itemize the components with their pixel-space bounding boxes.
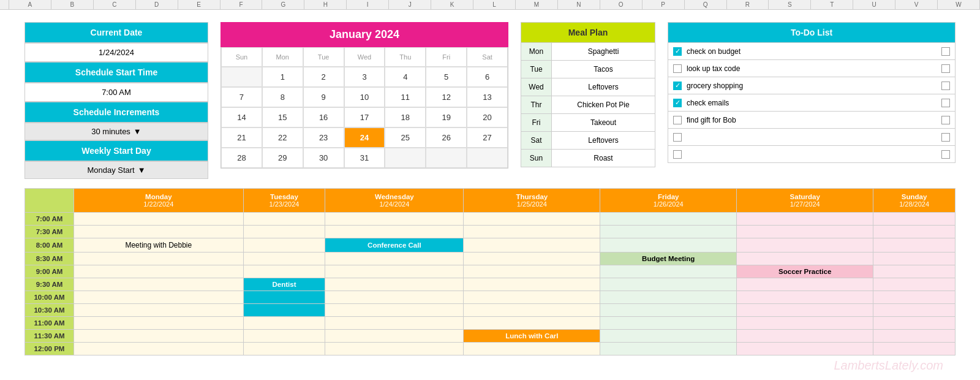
cal-day-1[interactable]: 1 [262, 67, 303, 87]
event-1030-thu[interactable] [464, 304, 600, 317]
todo-right-box-1[interactable] [941, 47, 950, 56]
event-730-sun[interactable] [873, 226, 956, 238]
event-800-mon[interactable]: Meeting with Debbie [74, 238, 244, 253]
event-1130-fri[interactable] [600, 330, 737, 343]
event-1130-sun[interactable] [873, 330, 956, 343]
todo-right-box-5[interactable] [941, 116, 950, 124]
event-930-sun[interactable] [873, 278, 956, 291]
event-800-sun[interactable] [873, 238, 956, 253]
todo-check-7[interactable] [673, 150, 682, 159]
event-830-thu[interactable] [464, 253, 600, 265]
event-700-thu[interactable] [464, 213, 600, 226]
event-1030-sat[interactable] [737, 304, 873, 317]
cal-day-3[interactable]: 3 [344, 67, 385, 87]
cal-day-27[interactable]: 27 [467, 127, 508, 148]
todo-check-2[interactable] [673, 64, 682, 73]
event-830-wed[interactable] [325, 253, 464, 265]
event-1000-sun[interactable] [873, 291, 956, 304]
event-1100-tue[interactable] [243, 317, 325, 330]
event-1100-mon[interactable] [74, 317, 244, 330]
event-830-tue[interactable] [243, 253, 325, 265]
event-1130-sat[interactable] [737, 330, 873, 343]
cal-day-12[interactable]: 12 [426, 87, 467, 107]
event-1200-mon[interactable] [74, 343, 244, 355]
event-1100-fri[interactable] [600, 317, 737, 330]
cal-day-18[interactable]: 18 [385, 107, 426, 127]
event-1030-fri[interactable] [600, 304, 737, 317]
event-1100-sun[interactable] [873, 317, 956, 330]
todo-check-6[interactable] [673, 133, 682, 142]
cal-day-31[interactable]: 31 [344, 148, 385, 168]
event-1000-sat[interactable] [737, 291, 873, 304]
event-800-fri[interactable] [600, 238, 737, 253]
event-700-wed[interactable] [325, 213, 464, 226]
cal-day-14[interactable]: 14 [221, 107, 262, 127]
event-930-mon[interactable] [74, 278, 244, 291]
event-1200-thu[interactable] [464, 343, 600, 355]
event-1130-thu[interactable]: Lunch with Carl [464, 330, 600, 343]
event-930-tue[interactable]: Dentist [243, 278, 325, 291]
event-1030-mon[interactable] [74, 304, 244, 317]
cal-day-26[interactable]: 26 [426, 127, 467, 148]
event-800-tue[interactable] [243, 238, 325, 253]
event-800-thu[interactable] [464, 238, 600, 253]
event-800-wed[interactable]: Conference Call [325, 238, 464, 253]
cal-day-19[interactable]: 19 [426, 107, 467, 127]
cal-day-9[interactable]: 9 [303, 87, 344, 107]
todo-right-box-7[interactable] [941, 150, 950, 159]
event-1030-tue[interactable] [243, 304, 325, 317]
event-730-fri[interactable] [600, 226, 737, 238]
event-800-sat[interactable] [737, 238, 873, 253]
event-1100-sat[interactable] [737, 317, 873, 330]
todo-right-box-3[interactable] [941, 82, 950, 90]
event-700-sat[interactable] [737, 213, 873, 226]
cal-day-15[interactable]: 15 [262, 107, 303, 127]
cal-day-20[interactable]: 20 [467, 107, 508, 127]
event-930-wed[interactable] [325, 278, 464, 291]
cal-day-24-today[interactable]: 24 [344, 127, 385, 148]
cal-day-21[interactable]: 21 [221, 127, 262, 148]
event-730-sat[interactable] [737, 226, 873, 238]
event-1030-wed[interactable] [325, 304, 464, 317]
event-930-fri[interactable] [600, 278, 737, 291]
event-900-sun[interactable] [873, 265, 956, 278]
schedule-increments-dropdown[interactable]: 30 minutes ▼ [24, 123, 208, 140]
event-830-sat[interactable] [737, 253, 873, 265]
event-900-mon[interactable] [74, 265, 244, 278]
event-1200-fri[interactable] [600, 343, 737, 355]
event-830-fri[interactable]: Budget Meeting [600, 253, 737, 265]
todo-right-box-6[interactable] [941, 133, 950, 142]
event-900-sat[interactable]: Soccer Practice [737, 265, 873, 278]
event-700-fri[interactable] [600, 213, 737, 226]
cal-day-8[interactable]: 8 [262, 87, 303, 107]
event-1000-thu[interactable] [464, 291, 600, 304]
cal-day-6[interactable]: 6 [467, 67, 508, 87]
event-930-thu[interactable] [464, 278, 600, 291]
event-700-mon[interactable] [74, 213, 244, 226]
event-730-mon[interactable] [74, 226, 244, 238]
cal-day-28[interactable]: 28 [221, 148, 262, 168]
event-1000-tue[interactable] [243, 291, 325, 304]
event-730-wed[interactable] [325, 226, 464, 238]
todo-check-1[interactable]: ✓ [673, 47, 682, 56]
event-1130-mon[interactable] [74, 330, 244, 343]
event-1200-sat[interactable] [737, 343, 873, 355]
event-830-mon[interactable] [74, 253, 244, 265]
event-1000-fri[interactable] [600, 291, 737, 304]
event-1030-sun[interactable] [873, 304, 956, 317]
event-1000-wed[interactable] [325, 291, 464, 304]
cal-day-30[interactable]: 30 [303, 148, 344, 168]
cal-day-4[interactable]: 4 [385, 67, 426, 87]
cal-day-7[interactable]: 7 [221, 87, 262, 107]
event-1000-mon[interactable] [74, 291, 244, 304]
event-1130-tue[interactable] [243, 330, 325, 343]
event-700-tue[interactable] [243, 213, 325, 226]
cal-day-2[interactable]: 2 [303, 67, 344, 87]
cal-day-16[interactable]: 16 [303, 107, 344, 127]
todo-right-box-2[interactable] [941, 64, 950, 73]
cal-day-10[interactable]: 10 [344, 87, 385, 107]
event-700-sun[interactable] [873, 213, 956, 226]
cal-day-17[interactable]: 17 [344, 107, 385, 127]
cal-day-29[interactable]: 29 [262, 148, 303, 168]
event-900-fri[interactable] [600, 265, 737, 278]
